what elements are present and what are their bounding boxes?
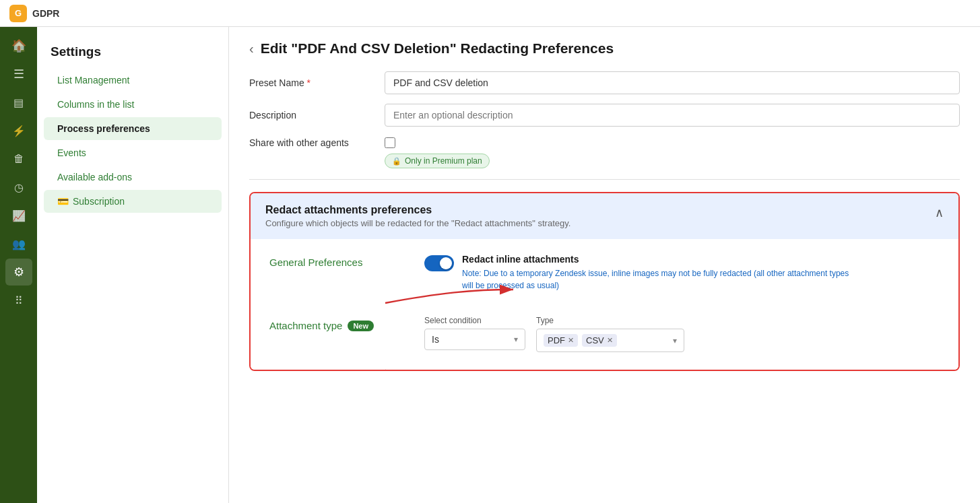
redact-body: General Preferences Redact inline attach… [251, 239, 958, 370]
nav-database[interactable]: ▤ [5, 89, 32, 116]
description-row: Description [249, 104, 960, 127]
description-label: Description [249, 110, 374, 121]
inline-toggle[interactable] [424, 255, 454, 271]
card-icon: 💳 [57, 196, 69, 207]
back-button[interactable]: ‹ [249, 41, 254, 57]
sidebar-item-events[interactable]: Events [44, 141, 222, 164]
nav-chart[interactable]: ⚡ [5, 117, 32, 144]
sidebar-item-process-preferences[interactable]: Process preferences [44, 117, 222, 140]
pdf-remove-icon[interactable]: ✕ [568, 336, 574, 345]
redact-title: Redact attachments preferences [265, 204, 570, 216]
toggle-label: Redact inline attachments [462, 254, 853, 265]
nav-list[interactable]: ☰ [5, 61, 32, 88]
condition-label: Select condition [424, 316, 525, 325]
nav-home[interactable]: 🏠 [5, 32, 32, 59]
sidebar-title: Settings [37, 32, 228, 67]
premium-badge: 🔒 Only in Premium plan [385, 154, 490, 168]
divider [249, 179, 960, 180]
page-header: ‹ Edit "PDF And CSV Deletion" Redacting … [249, 40, 960, 57]
condition-value: Is [432, 334, 510, 345]
nav-clock[interactable]: ◷ [5, 174, 32, 201]
sidebar-item-available-addons[interactable]: Available add-ons [44, 166, 222, 189]
attachment-row: Attachment type New Select condition Is … [269, 316, 940, 352]
preset-name-row: Preset Name * [249, 71, 960, 94]
condition-select[interactable]: Is ▾ [424, 329, 525, 350]
sidebar: Settings List Management Columns in the … [37, 0, 229, 503]
icon-nav: 🏠 ☰ ▤ ⚡ 🗑 ◷ 📈 👥 ⚙ ⠿ [0, 0, 37, 503]
sidebar-item-columns-in-list[interactable]: Columns in the list [44, 93, 222, 116]
preset-name-label: Preset Name * [249, 77, 374, 88]
nav-settings[interactable]: ⚙ [5, 259, 32, 286]
page-title: Edit "PDF And CSV Deletion" Redacting Pr… [261, 40, 614, 57]
required-star: * [307, 77, 311, 88]
pdf-tag: PDF ✕ [544, 334, 578, 347]
redact-subtitle: Configure which objects will be redacted… [265, 218, 570, 228]
share-label: Share with other agents [249, 136, 374, 148]
new-badge: New [348, 321, 374, 331]
csv-tag: CSV ✕ [582, 334, 617, 347]
type-group: Type PDF ✕ CSV ✕ ▾ [536, 316, 684, 352]
redact-header: Redact attachments preferences Configure… [251, 193, 958, 239]
nav-graph[interactable]: 📈 [5, 202, 32, 229]
lock-icon: 🔒 [392, 157, 401, 166]
general-preferences-row: General Preferences Redact inline attach… [269, 254, 940, 296]
redact-section: Redact attachments preferences Configure… [249, 192, 960, 371]
main-content: ‹ Edit "PDF And CSV Deletion" Redacting … [229, 0, 980, 503]
app-title: GDPR [32, 8, 59, 19]
attachment-label: Attachment type [269, 320, 342, 331]
condition-group: Select condition Is ▾ [424, 316, 525, 350]
sidebar-item-list-management[interactable]: List Management [44, 69, 222, 92]
csv-remove-icon[interactable]: ✕ [607, 336, 613, 345]
preset-name-input[interactable] [385, 71, 960, 94]
app-logo: G [9, 5, 27, 22]
collapse-icon[interactable]: ∧ [935, 205, 944, 220]
type-select[interactable]: PDF ✕ CSV ✕ ▾ [536, 329, 684, 352]
share-row: Share with other agents 🔒 Only in Premiu… [249, 136, 960, 168]
nav-trash[interactable]: 🗑 [5, 145, 32, 172]
description-input[interactable] [385, 104, 960, 127]
nav-grid[interactable]: ⠿ [5, 287, 32, 314]
toggle-note: Note: Due to a temporary Zendesk issue, … [462, 267, 853, 292]
general-label: General Preferences [269, 254, 404, 268]
share-checkbox[interactable] [385, 137, 395, 148]
type-chevron-icon: ▾ [673, 336, 677, 345]
type-label: Type [536, 316, 684, 325]
chevron-down-icon: ▾ [514, 335, 518, 344]
nav-users[interactable]: 👥 [5, 230, 32, 257]
sidebar-item-subscription[interactable]: 💳 Subscription [44, 190, 222, 213]
